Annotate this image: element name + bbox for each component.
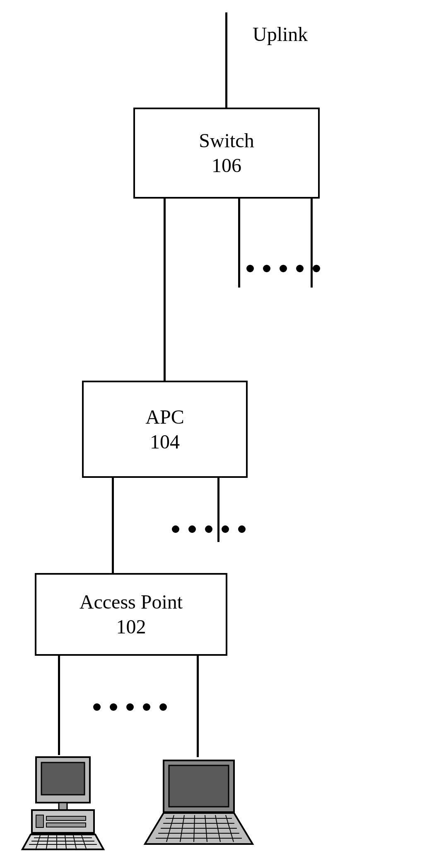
connector-switch-mid xyxy=(238,199,240,288)
dot-icon xyxy=(188,525,196,533)
connector-switch-left xyxy=(164,199,166,381)
dot-icon xyxy=(126,703,134,711)
switch-name: Switch xyxy=(199,128,254,153)
uplink-label: Uplink xyxy=(253,23,308,46)
dot-icon xyxy=(238,525,246,533)
svg-marker-7 xyxy=(22,834,104,849)
svg-rect-1 xyxy=(41,762,84,795)
ellipsis-dots-mid xyxy=(172,525,246,533)
dot-icon xyxy=(263,265,270,272)
ellipsis-dots-bottom xyxy=(93,703,167,711)
access-point-box: Access Point 102 xyxy=(35,573,227,656)
dot-icon xyxy=(296,265,304,272)
svg-rect-18 xyxy=(169,765,229,807)
dot-icon xyxy=(313,265,320,272)
connector-ap-left xyxy=(58,656,60,755)
dot-icon xyxy=(172,525,179,533)
connector-ap-right xyxy=(197,656,199,757)
dot-icon xyxy=(159,703,167,711)
dot-icon xyxy=(205,525,212,533)
connector-uplink-to-switch xyxy=(225,12,227,108)
access-point-name: Access Point xyxy=(80,590,183,614)
switch-ref: 106 xyxy=(212,153,241,178)
dot-icon xyxy=(246,265,254,272)
apc-ref: 104 xyxy=(150,429,180,454)
dot-icon xyxy=(93,703,101,711)
laptop-icon xyxy=(141,757,257,848)
dot-icon xyxy=(280,265,287,272)
apc-name: APC xyxy=(145,405,184,429)
svg-rect-5 xyxy=(46,816,86,820)
dot-icon xyxy=(143,703,150,711)
ellipsis-dots-top xyxy=(246,265,320,272)
svg-rect-4 xyxy=(36,815,43,827)
access-point-ref: 102 xyxy=(116,614,146,639)
svg-rect-6 xyxy=(46,823,86,827)
connector-apc-left xyxy=(112,478,114,573)
dot-icon xyxy=(110,703,117,711)
apc-box: APC 104 xyxy=(82,381,248,478)
svg-rect-2 xyxy=(59,803,67,810)
dot-icon xyxy=(222,525,229,533)
connector-switch-right xyxy=(311,199,313,288)
switch-box: Switch 106 xyxy=(133,108,320,199)
desktop-computer-icon xyxy=(17,755,109,852)
